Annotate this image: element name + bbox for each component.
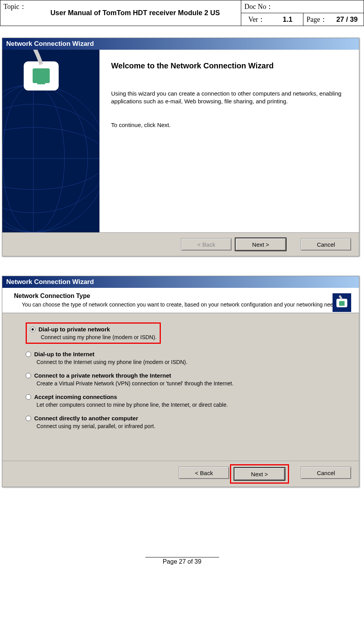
wizard-footer: < Back Next > Cancel	[2, 461, 359, 487]
doc-no-label: Doc No：	[241, 0, 330, 13]
back-button: < Back	[181, 238, 232, 251]
highlight-box: Next >	[230, 464, 289, 484]
option-description: Create a Virtual Private Network (VPN) c…	[37, 380, 343, 387]
wizard-welcome-dialog: Network Connection Wizard	[2, 38, 359, 256]
option-title: Accept incoming connections	[34, 394, 117, 400]
topic-label: Topic：	[0, 0, 30, 26]
wizard-sidebar-graphic	[2, 50, 99, 232]
option-description: Connect to the Internet using my phone l…	[37, 359, 343, 365]
option-title: Dial-up to private network	[38, 326, 110, 333]
svg-rect-10	[37, 79, 45, 84]
option-title: Connect to a private network through the…	[34, 372, 171, 379]
connection-type-options: Dial-up to private network Connect using…	[2, 313, 359, 461]
wizard-continue-text: To continue, click Next.	[111, 121, 343, 129]
page-label: Page：	[303, 13, 330, 26]
wizard-footer: < Back Next > Cancel	[2, 232, 359, 256]
option-description: Connect using my serial, parallel, or in…	[37, 423, 343, 429]
document-header: Topic： User Manual of TomTom HDT receive…	[0, 0, 364, 26]
highlight-box: Dial-up to private network Connect using…	[26, 322, 161, 344]
document-title: User Manual of TomTom HDT receiver Modul…	[30, 0, 241, 26]
option-description: Let other computers connect to mine by p…	[37, 402, 343, 408]
version-label: Ver：	[241, 13, 272, 26]
wizard-heading: Welcome to the Network Connection Wizard	[111, 61, 343, 70]
wizard-titlebar: Network Connection Wizard	[2, 38, 359, 50]
svg-rect-12	[339, 301, 345, 306]
radio-vpn[interactable]	[26, 373, 31, 378]
page-footer: Page 27 of 39	[0, 557, 364, 565]
option-title: Dial-up to the Internet	[34, 351, 94, 357]
wizard-subheading: Network Connection Type	[14, 293, 351, 300]
cancel-button[interactable]: Cancel	[301, 238, 351, 251]
network-plug-icon	[333, 293, 351, 312]
radio-dialup-private[interactable]	[30, 327, 35, 332]
wizard-titlebar: Network Connection Wizard	[2, 276, 359, 288]
doc-no-value	[330, 0, 364, 13]
wizard-connection-type-dialog: Network Connection Wizard Network Connec…	[2, 276, 359, 487]
option-description: Connect using my phone line (modem or IS…	[41, 334, 157, 340]
back-button[interactable]: < Back	[179, 467, 229, 479]
page-value: 27 / 39	[330, 13, 364, 26]
next-button[interactable]: Next >	[234, 468, 285, 480]
version-value: 1.1	[272, 13, 303, 26]
wizard-subdescription: You can choose the type of network conne…	[22, 301, 351, 308]
cancel-button[interactable]: Cancel	[301, 467, 351, 479]
option-title: Connect directly to another computer	[34, 415, 138, 421]
page-number: Page 27 of 39	[163, 558, 202, 565]
radio-direct[interactable]	[26, 416, 31, 421]
radio-incoming[interactable]	[26, 394, 31, 400]
wizard-intro-text: Using this wizard you can create a conne…	[111, 90, 343, 106]
next-button[interactable]: Next >	[235, 238, 286, 251]
radio-dialup-internet[interactable]	[26, 352, 31, 357]
